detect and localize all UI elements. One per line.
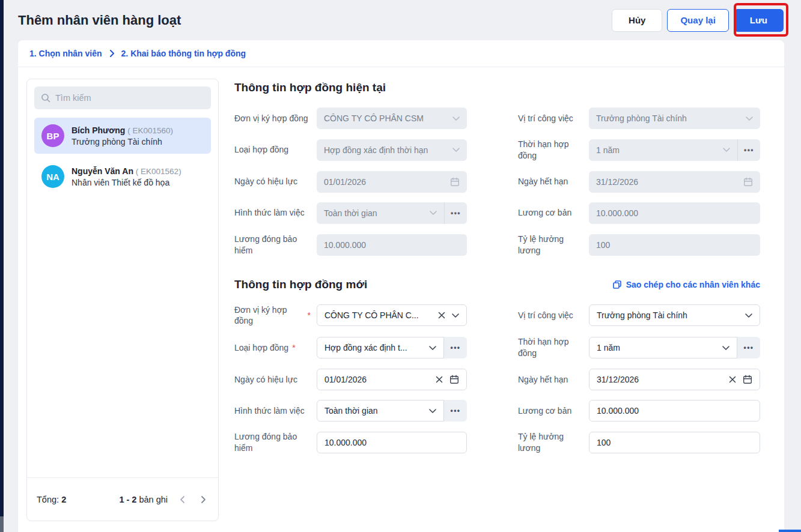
- back-button[interactable]: Quay lại: [667, 9, 728, 32]
- field-value: Trưởng phòng Tài chính: [589, 113, 746, 123]
- avatar: BP: [41, 124, 64, 147]
- field-value: 31/12/2026: [589, 177, 743, 187]
- breadcrumb: 1. Chọn nhân viên 2. Khai báo thông tin …: [18, 40, 784, 67]
- field-value: 10.000.000: [317, 438, 466, 447]
- hinh-thuc-lam-viec-dropdown: Toàn thời gian•••: [317, 202, 467, 224]
- clear-icon[interactable]: [729, 376, 736, 383]
- employee-name: Nguyễn Văn An: [72, 166, 133, 176]
- field-label-don-vi-ky-hop-dong: Đơn vị ký hợp đồng: [234, 113, 317, 124]
- thoi-han-hop-dong-dropdown: 1 năm•••: [589, 139, 760, 161]
- don-vi-ky-hop-dong-dropdown: CÔNG TY CÔ PHÂN CSM: [317, 107, 467, 129]
- ngay-co-hieu-luc-date-input: 01/01/2026: [317, 171, 467, 193]
- chevron-down-icon: [452, 313, 459, 318]
- ty-le-huong-luong-text-input: 100: [589, 234, 760, 256]
- chevron-down-icon: [722, 346, 729, 350]
- vi-tri-cong-viec-dropdown[interactable]: Trưởng phòng Tài chính: [589, 304, 760, 326]
- employee-list-item[interactable]: NANguyễn Văn An ( EK001562)Nhân viên Thi…: [34, 159, 211, 195]
- field-label-ty-le-huong-luong: Tỷ lệ hưởng lương: [518, 234, 589, 256]
- chevron-down-icon: [745, 313, 752, 318]
- field-label-ngay-het-han: Ngày hết hạn: [518, 374, 589, 385]
- clear-icon[interactable]: [438, 312, 445, 319]
- employee-code: ( EK001560): [127, 126, 173, 135]
- new-contract-title: Thông tin hợp đồng mới: [234, 278, 367, 291]
- field-value: CÔNG TY CÔ PHÂN CSM: [317, 113, 452, 123]
- more-options-button[interactable]: •••: [737, 337, 760, 358]
- page-title: Thêm nhân viên hàng loạt: [18, 13, 181, 28]
- field-value: 10.000.000: [589, 406, 760, 416]
- pagination-prev-button[interactable]: [177, 494, 188, 505]
- field-value: 01/01/2026: [317, 375, 436, 384]
- page-header: Thêm nhân viên hàng loạt Hủy Quay lại Lư…: [4, 0, 801, 40]
- field-value: Toàn thời gian: [317, 208, 430, 218]
- employee-list-item[interactable]: BPBích Phương ( EK001560)Trưởng phòng Tà…: [34, 118, 211, 154]
- calendar-icon: [450, 177, 460, 187]
- ngay-co-hieu-luc-date-input[interactable]: 01/01/2026: [317, 369, 467, 390]
- chevron-down-icon: [429, 346, 436, 350]
- contract-form: Thông tin hợp đồng hiện tại Đơn vị ký hợ…: [234, 79, 760, 521]
- pagination-next-button[interactable]: [198, 494, 209, 505]
- sidebar-bottom-item: [0, 516, 4, 532]
- employee-info: Bích Phương ( EK001560)Trưởng phòng Tài …: [72, 125, 173, 147]
- field-value: Toàn thời gian: [317, 406, 429, 416]
- ngay-het-han-date-input[interactable]: 31/12/2026: [589, 369, 760, 390]
- breadcrumb-step-1[interactable]: 1. Chọn nhân viên: [29, 49, 102, 58]
- more-options-button[interactable]: •••: [444, 400, 467, 422]
- save-button[interactable]: Lưu: [734, 9, 784, 32]
- field-value: CÔNG TY CÔ PHÂN C...: [317, 310, 438, 320]
- more-options-button: •••: [737, 139, 760, 161]
- field-value: 10.000.000: [317, 240, 467, 250]
- field-label-thoi-han-hop-dong: Thời hạn hợp đồng: [518, 336, 589, 359]
- employee-info: Nguyễn Văn An ( EK001562)Nhân viên Thiết…: [72, 166, 181, 187]
- field-label-hinh-thuc-lam-viec: Hình thức làm việc: [234, 405, 317, 417]
- employee-name: Bích Phương: [72, 125, 125, 135]
- current-contract-grid: Đơn vị ký hợp đồngCÔNG TY CÔ PHÂN CSMVị …: [234, 107, 760, 256]
- luong-dong-bao-hiem-text-input: 10.000.000: [317, 234, 467, 256]
- loai-hop-dong-dropdown: Hợp đồng xác định thời hạn: [317, 139, 467, 161]
- content-card: 1. Chọn nhân viên 2. Khai báo thông tin …: [18, 40, 784, 532]
- calendar-icon[interactable]: [743, 375, 752, 384]
- copy-icon: [612, 280, 622, 289]
- field-value: Hợp đồng xác định thời hạn: [317, 145, 452, 155]
- breadcrumb-step-2[interactable]: 2. Khai báo thông tin hợp đồng: [121, 49, 246, 58]
- required-asterisk: *: [292, 342, 295, 354]
- copy-to-others-link[interactable]: Sao chép cho các nhân viên khác: [612, 280, 760, 289]
- chevron-down-icon: [452, 116, 460, 121]
- field-value: 100: [589, 438, 760, 447]
- chevron-down-icon: [429, 409, 436, 413]
- field-label-thoi-han-hop-dong: Thời hạn hợp đồng: [518, 139, 589, 162]
- employee-role: Nhân viên Thiết kế đồ họa: [72, 178, 181, 187]
- thoi-han-hop-dong-dropdown[interactable]: 1 năm•••: [589, 337, 760, 358]
- search-input[interactable]: [55, 93, 204, 103]
- chevron-right-icon: [108, 50, 115, 57]
- avatar: NA: [41, 165, 64, 188]
- field-label-ngay-co-hieu-luc: Ngày có hiệu lực: [234, 176, 317, 187]
- field-label-luong-dong-bao-hiem: Lương đóng bảo hiểm: [234, 234, 317, 256]
- field-label-vi-tri-cong-viec: Vị trí công việc: [518, 113, 589, 124]
- calendar-icon: [743, 177, 753, 187]
- field-value: 31/12/2026: [589, 375, 729, 384]
- ty-le-huong-luong-text-input[interactable]: 100: [589, 432, 760, 453]
- card-body: BPBích Phương ( EK001560)Trưởng phòng Tà…: [18, 67, 784, 521]
- hinh-thuc-lam-viec-dropdown[interactable]: Toàn thời gian•••: [317, 400, 467, 422]
- field-label-luong-co-ban: Lương cơ bản: [518, 405, 589, 417]
- field-label-luong-dong-bao-hiem: Lương đóng bảo hiểm: [234, 431, 317, 454]
- field-label-luong-co-ban: Lương cơ bản: [518, 207, 589, 219]
- required-asterisk: *: [308, 310, 311, 321]
- don-vi-ky-hop-dong-dropdown[interactable]: CÔNG TY CÔ PHÂN C...: [317, 304, 467, 326]
- chevron-down-icon: [430, 211, 437, 215]
- loai-hop-dong-dropdown[interactable]: Hợp đồng xác định t...•••: [317, 337, 467, 358]
- vi-tri-cong-viec-dropdown: Trưởng phòng Tài chính: [589, 107, 760, 129]
- ngay-het-han-date-input: 31/12/2026: [589, 171, 760, 193]
- calendar-icon[interactable]: [449, 375, 459, 384]
- employee-list: BPBích Phương ( EK001560)Trưởng phòng Tà…: [34, 118, 211, 195]
- record-range: 1 - 2 bản ghi: [119, 495, 168, 504]
- more-options-button[interactable]: •••: [444, 337, 467, 358]
- clear-icon[interactable]: [436, 376, 443, 383]
- luong-co-ban-text-input[interactable]: 10.000.000: [589, 400, 760, 422]
- luong-dong-bao-hiem-text-input[interactable]: 10.000.000: [317, 432, 467, 453]
- chevron-down-icon: [746, 116, 753, 121]
- collapsed-app-sidebar: [0, 0, 4, 532]
- cancel-button[interactable]: Hủy: [612, 9, 662, 32]
- field-label-hinh-thuc-lam-viec: Hình thức làm việc: [234, 207, 317, 219]
- field-label-vi-tri-cong-viec: Vị trí công việc: [518, 310, 589, 321]
